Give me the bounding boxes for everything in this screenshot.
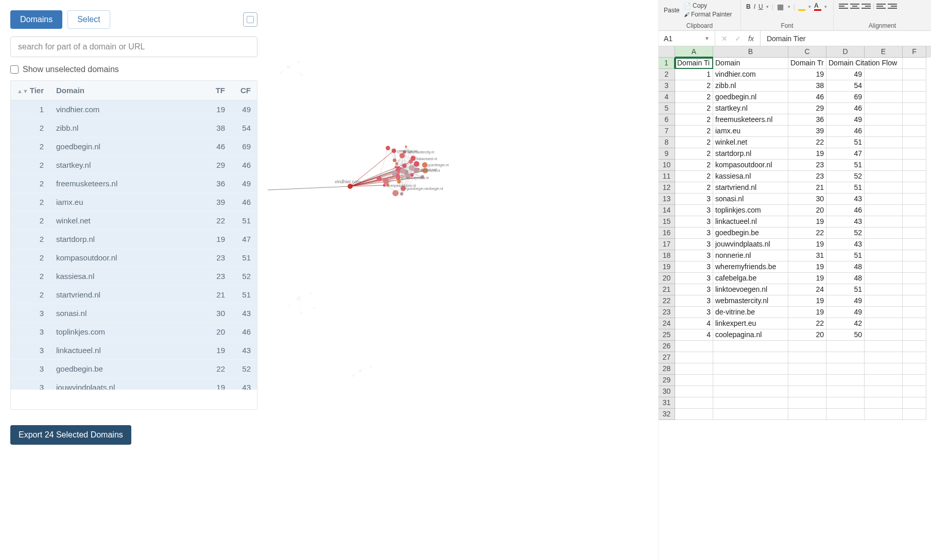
cell[interactable] xyxy=(675,363,713,375)
cell[interactable]: 2 xyxy=(675,114,713,126)
row-header[interactable]: 24 xyxy=(659,318,675,329)
cell[interactable] xyxy=(865,69,903,80)
cell[interactable] xyxy=(675,409,713,420)
cell[interactable] xyxy=(903,69,926,80)
spreadsheet-grid[interactable]: ABCDEF 1Domain TiDomainDomain TrDomain C… xyxy=(659,46,931,420)
cell[interactable]: 43 xyxy=(826,239,865,250)
align-left-button[interactable] xyxy=(839,2,848,10)
cell[interactable] xyxy=(903,103,926,114)
cell[interactable] xyxy=(865,352,903,363)
cell[interactable] xyxy=(865,261,903,273)
row-header[interactable]: 5 xyxy=(659,103,675,114)
row-header[interactable]: 15 xyxy=(659,216,675,227)
cell[interactable] xyxy=(826,409,865,420)
cell[interactable] xyxy=(903,273,926,284)
cell[interactable] xyxy=(903,284,926,295)
cell[interactable] xyxy=(903,250,926,261)
cell[interactable]: 3 xyxy=(675,205,713,216)
cell[interactable]: winkel.net xyxy=(713,137,788,148)
cell[interactable]: Domain xyxy=(713,58,788,69)
cell[interactable] xyxy=(865,171,903,182)
name-box[interactable]: A1▼ xyxy=(659,31,715,46)
cell[interactable]: 4 xyxy=(675,329,713,341)
cell[interactable] xyxy=(865,341,903,352)
row-header[interactable]: 3 xyxy=(659,80,675,92)
cell[interactable]: 2 xyxy=(675,80,713,92)
cell[interactable] xyxy=(865,80,903,92)
cell[interactable] xyxy=(865,227,903,239)
cell[interactable]: jouwvindplaats.nl xyxy=(713,239,788,250)
font-color-button[interactable]: A xyxy=(814,2,821,11)
cell[interactable]: 42 xyxy=(826,318,865,329)
row-header[interactable]: 17 xyxy=(659,239,675,250)
row-header[interactable]: 21 xyxy=(659,284,675,295)
cell[interactable]: 22 xyxy=(788,137,826,148)
cell[interactable] xyxy=(865,92,903,103)
table-row[interactable]: 3linkactueel.nl1943 xyxy=(11,341,257,360)
col-header[interactable]: C xyxy=(788,46,826,58)
row-header[interactable]: 12 xyxy=(659,182,675,194)
cell[interactable]: vindhier.com xyxy=(713,69,788,80)
cell[interactable]: 54 xyxy=(826,80,865,92)
export-button[interactable]: Export 24 Selected Domains xyxy=(10,425,131,445)
cell[interactable] xyxy=(903,58,926,69)
cell[interactable]: 3 xyxy=(675,307,713,318)
row-header[interactable]: 2 xyxy=(659,69,675,80)
cell[interactable] xyxy=(903,160,926,171)
cell[interactable] xyxy=(826,341,865,352)
cell[interactable] xyxy=(713,375,788,386)
cell[interactable]: 50 xyxy=(826,329,865,341)
row-header[interactable]: 1 xyxy=(659,58,675,69)
cell[interactable]: 39 xyxy=(788,126,826,137)
cell[interactable]: de-vitrine.be xyxy=(713,307,788,318)
table-row[interactable]: 2iamx.eu3946 xyxy=(11,193,257,212)
cell[interactable]: 19 xyxy=(788,148,826,160)
cell[interactable]: 19 xyxy=(788,69,826,80)
cell[interactable]: 3 xyxy=(675,239,713,250)
row-header[interactable]: 11 xyxy=(659,171,675,182)
cell[interactable] xyxy=(903,92,926,103)
table-row[interactable]: 2kompasoutdoor.nl2351 xyxy=(11,249,257,267)
row-header[interactable]: 20 xyxy=(659,273,675,284)
cell[interactable] xyxy=(865,307,903,318)
cell[interactable]: 2 xyxy=(675,182,713,194)
col-header[interactable]: A xyxy=(675,46,713,58)
cell[interactable] xyxy=(713,341,788,352)
row-header[interactable]: 7 xyxy=(659,126,675,137)
row-header[interactable]: 10 xyxy=(659,160,675,171)
cell[interactable] xyxy=(903,307,926,318)
col-tf-header[interactable]: TF xyxy=(205,81,231,100)
cell[interactable]: 52 xyxy=(826,227,865,239)
cell[interactable] xyxy=(865,205,903,216)
cell[interactable]: kompasoutdoor.nl xyxy=(713,160,788,171)
cell[interactable]: 3 xyxy=(675,227,713,239)
cell[interactable]: 19 xyxy=(788,273,826,284)
table-row[interactable]: 2kassiesa.nl2352 xyxy=(11,267,257,286)
cell[interactable] xyxy=(903,148,926,160)
cell[interactable] xyxy=(865,295,903,307)
cell[interactable]: 23 xyxy=(788,171,826,182)
cell[interactable]: webmastercity.nl xyxy=(713,295,788,307)
cell[interactable]: 19 xyxy=(788,216,826,227)
cell[interactable] xyxy=(865,363,903,375)
cell[interactable] xyxy=(903,80,926,92)
cell[interactable]: 36 xyxy=(788,114,826,126)
cell[interactable]: wheremyfriends.be xyxy=(713,261,788,273)
cell[interactable]: 31 xyxy=(788,250,826,261)
row-header[interactable]: 4 xyxy=(659,92,675,103)
cell[interactable] xyxy=(675,397,713,409)
cell[interactable] xyxy=(903,239,926,250)
cell[interactable]: 30 xyxy=(788,194,826,205)
cell[interactable]: Domain Ti xyxy=(675,58,713,69)
cell[interactable]: 2 xyxy=(675,160,713,171)
cell[interactable] xyxy=(903,352,926,363)
table-row[interactable]: 3jouwvindplaats.nl1943 xyxy=(11,378,257,390)
cell[interactable]: Domain Citation Flow xyxy=(826,58,865,69)
cell[interactable]: 69 xyxy=(826,92,865,103)
cell[interactable]: 23 xyxy=(788,160,826,171)
row-header[interactable]: 32 xyxy=(659,409,675,420)
cell[interactable] xyxy=(826,352,865,363)
cell[interactable]: 2 xyxy=(675,171,713,182)
col-tier-header[interactable]: ▲▼Tier xyxy=(11,81,50,100)
cell[interactable] xyxy=(903,171,926,182)
